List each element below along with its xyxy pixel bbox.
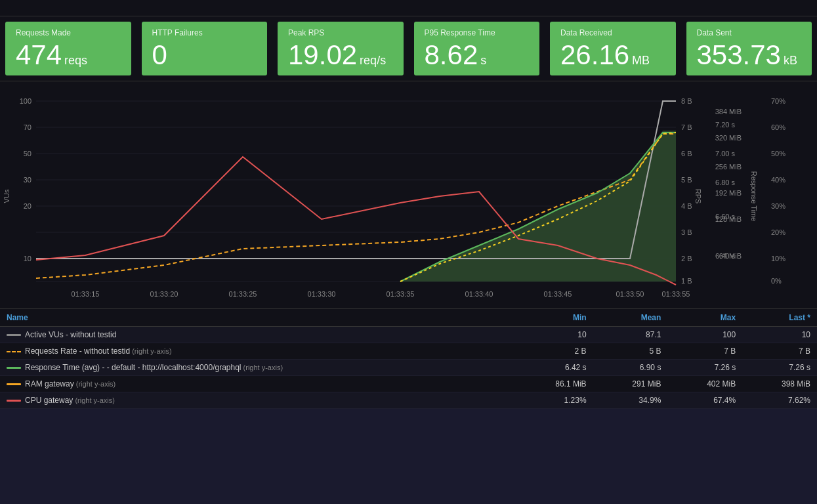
- col-max: Max: [667, 309, 742, 327]
- chart-container: 100 70 50 30 20 10 VUs 8 B 7 B 6 B 5 B 4…: [0, 88, 817, 304]
- svg-text:01:33:55: 01:33:55: [662, 290, 690, 298]
- metric-label: P95 Response Time: [425, 28, 530, 37]
- series-max: 7.26 s: [667, 360, 742, 376]
- svg-text:01:33:45: 01:33:45: [544, 290, 572, 298]
- metric-value: 19.02req/s: [288, 41, 393, 69]
- metric-value: 0: [152, 41, 257, 69]
- col-min: Min: [514, 309, 593, 327]
- svg-text:01:33:20: 01:33:20: [150, 290, 178, 298]
- metric-value: 353.73kB: [697, 41, 802, 69]
- svg-text:40%: 40%: [771, 176, 786, 184]
- series-min: 2 B: [514, 343, 593, 360]
- svg-text:128 MiB: 128 MiB: [715, 215, 742, 223]
- svg-text:10%: 10%: [771, 255, 786, 262]
- metric-value: 26.16MB: [560, 41, 665, 69]
- svg-text:7.20 s: 7.20 s: [715, 121, 735, 129]
- metric-unit: reqs: [64, 54, 87, 67]
- svg-text:256 MiB: 256 MiB: [715, 163, 742, 171]
- header: [0, 0, 817, 16]
- svg-text:01:33:40: 01:33:40: [465, 290, 493, 298]
- series-last: 7.62%: [742, 392, 817, 409]
- metric-unit: req/s: [360, 54, 386, 67]
- metric-card-http-failures: HTTP Failures 0: [142, 22, 268, 75]
- series-max: 7 B: [667, 343, 742, 360]
- svg-text:384 MiB: 384 MiB: [715, 108, 742, 116]
- svg-text:10: 10: [24, 255, 31, 262]
- table-row: RAM gateway (right y-axis) 86.1 MiB 291 …: [0, 376, 817, 392]
- svg-text:5 B: 5 B: [681, 176, 692, 184]
- metric-label: Data Sent: [697, 28, 802, 37]
- metric-unit: MB: [632, 54, 650, 67]
- svg-text:64 MiB: 64 MiB: [719, 252, 742, 260]
- svg-text:100: 100: [20, 97, 31, 105]
- table-row: Response Time (avg) - - default - http:/…: [0, 360, 817, 376]
- col-mean: Mean: [593, 309, 668, 327]
- series-name: Requests Rate - without testid (right y-…: [0, 343, 514, 360]
- chart-svg: 100 70 50 30 20 10 VUs 8 B 7 B 6 B 5 B 4…: [0, 88, 817, 304]
- metric-card-requests-made: Requests Made 474reqs: [5, 22, 131, 75]
- series-max: 67.4%: [667, 392, 742, 409]
- series-mean: 34.9%: [593, 392, 668, 409]
- series-min: 10: [514, 327, 593, 343]
- series-name: RAM gateway (right y-axis): [0, 376, 514, 392]
- table-row: CPU gateway (right y-axis) 1.23% 34.9% 6…: [0, 392, 817, 409]
- metric-label: Requests Made: [16, 28, 121, 37]
- series-name: Active VUs - without testid: [0, 327, 514, 343]
- svg-text:20: 20: [24, 202, 31, 210]
- svg-text:Response Time: Response Time: [750, 171, 758, 221]
- metric-value: 474reqs: [16, 41, 121, 69]
- svg-text:01:33:35: 01:33:35: [387, 290, 415, 298]
- metric-card-p95-response: P95 Response Time 8.62s: [414, 22, 540, 75]
- series-last: 10: [742, 327, 817, 343]
- svg-text:30: 30: [24, 176, 31, 184]
- series-name: CPU gateway (right y-axis): [0, 392, 514, 409]
- svg-text:2 B: 2 B: [681, 255, 692, 262]
- metric-card-data-received: Data Received 26.16MB: [550, 22, 676, 75]
- svg-text:01:33:50: 01:33:50: [616, 290, 644, 298]
- metric-card-data-sent: Data Sent 353.73kB: [686, 22, 812, 75]
- series-mean: 6.90 s: [593, 360, 668, 376]
- svg-text:20%: 20%: [771, 228, 786, 236]
- svg-text:1 B: 1 B: [681, 277, 692, 285]
- svg-text:01:33:25: 01:33:25: [229, 290, 257, 298]
- series-last: 7.26 s: [742, 360, 817, 376]
- svg-text:4 B: 4 B: [681, 202, 692, 210]
- metric-unit: kB: [784, 54, 797, 67]
- metric-label: HTTP Failures: [152, 28, 257, 37]
- series-min: 1.23%: [514, 392, 593, 409]
- metric-label: Peak RPS: [288, 28, 393, 37]
- svg-text:7.00 s: 7.00 s: [715, 150, 735, 158]
- svg-text:3 B: 3 B: [681, 228, 692, 236]
- svg-text:6.80 s: 6.80 s: [715, 178, 735, 186]
- svg-text:0%: 0%: [771, 277, 782, 285]
- series-last: 398 MiB: [742, 376, 817, 392]
- col-last: Last *: [742, 309, 817, 327]
- series-name: Response Time (avg) - - default - http:/…: [0, 360, 514, 376]
- svg-text:30%: 30%: [771, 202, 786, 210]
- svg-text:50%: 50%: [771, 150, 786, 158]
- metrics-row: Requests Made 474reqs HTTP Failures 0 Pe…: [0, 16, 817, 81]
- metric-unit: s: [480, 54, 486, 67]
- svg-text:50: 50: [24, 150, 31, 158]
- metric-card-peak-rps: Peak RPS 19.02req/s: [278, 22, 404, 75]
- svg-text:7 B: 7 B: [681, 123, 692, 131]
- svg-text:192 MiB: 192 MiB: [715, 189, 742, 197]
- series-mean: 5 B: [593, 343, 668, 360]
- svg-text:01:33:30: 01:33:30: [308, 290, 336, 298]
- series-min: 6.42 s: [514, 360, 593, 376]
- col-name: Name: [0, 309, 514, 327]
- series-mean: 291 MiB: [593, 376, 668, 392]
- data-table: Name Min Mean Max Last * Active VUs - wi…: [0, 308, 817, 409]
- svg-text:60%: 60%: [771, 123, 786, 131]
- table-row: Requests Rate - without testid (right y-…: [0, 343, 817, 360]
- svg-text:70%: 70%: [771, 97, 786, 105]
- series-max: 402 MiB: [667, 376, 742, 392]
- svg-text:01:33:15: 01:33:15: [72, 290, 100, 298]
- series-max: 100: [667, 327, 742, 343]
- series-mean: 87.1: [593, 327, 668, 343]
- svg-text:VUs: VUs: [3, 189, 10, 203]
- metric-label: Data Received: [560, 28, 665, 37]
- chart-section: 100 70 50 30 20 10 VUs 8 B 7 B 6 B 5 B 4…: [0, 81, 817, 409]
- svg-text:6 B: 6 B: [681, 150, 692, 158]
- series-last: 7 B: [742, 343, 817, 360]
